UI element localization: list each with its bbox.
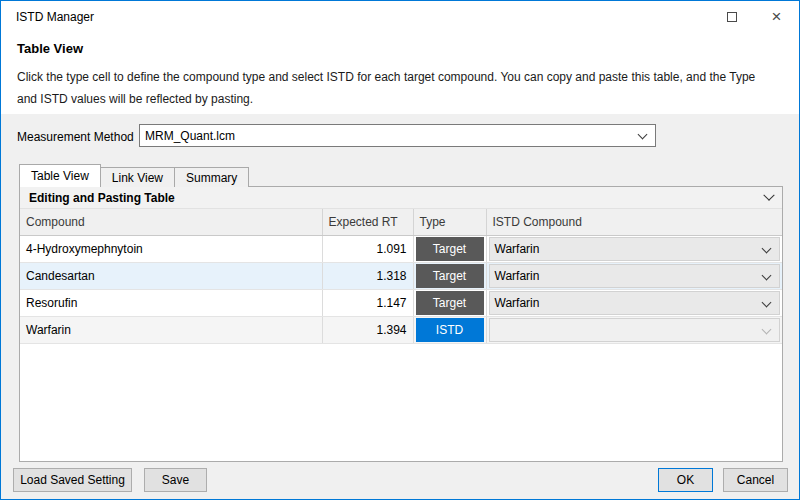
type-button[interactable]: Target <box>416 264 484 288</box>
tab-label: Table View <box>31 169 89 183</box>
column-header-istd-compound[interactable]: ISTD Compound <box>486 209 782 235</box>
type-button[interactable]: ISTD <box>416 318 484 342</box>
window-title: ISTD Manager <box>1 10 94 24</box>
measurement-method-value: MRM_Quant.lcm <box>145 129 235 143</box>
tab-label: Link View <box>112 171 163 185</box>
expected-rt-cell[interactable]: 1.091 <box>322 235 413 262</box>
type-button[interactable]: Target <box>416 291 484 315</box>
page-title: Table View <box>17 41 783 56</box>
window-controls: × <box>709 1 799 32</box>
type-button[interactable]: Target <box>416 237 484 261</box>
chevron-down-icon <box>762 324 772 334</box>
save-button[interactable]: Save <box>144 468 207 492</box>
chevron-down-icon <box>762 243 772 253</box>
maximize-icon <box>727 12 737 22</box>
chevron-down-icon <box>638 130 648 140</box>
table-view-panel: Editing and Pasting Table Compound Expec… <box>19 186 783 462</box>
ok-button[interactable]: OK <box>658 468 713 492</box>
measurement-method-label: Measurement Method <box>17 130 134 144</box>
load-saved-setting-button[interactable]: Load Saved Setting <box>13 468 132 492</box>
istd-compound-value: Warfarin <box>495 296 540 310</box>
column-header-type[interactable]: Type <box>413 209 486 235</box>
compound-cell[interactable]: Warfarin <box>20 316 322 343</box>
tab-summary[interactable]: Summary <box>174 167 249 187</box>
table-row: Resorufin 1.147 Target Warfarin <box>20 289 782 316</box>
istd-compound-value: Warfarin <box>495 242 540 256</box>
tab-strip: Table View Link View Summary <box>19 164 248 187</box>
section-title: Editing and Pasting Table <box>29 191 175 205</box>
tab-table-view[interactable]: Table View <box>19 164 101 187</box>
tab-link-view[interactable]: Link View <box>100 167 175 187</box>
column-header-compound[interactable]: Compound <box>20 209 322 235</box>
close-button[interactable]: × <box>754 1 799 32</box>
compound-cell[interactable]: Resorufin <box>20 289 322 316</box>
istd-compound-value: Warfarin <box>495 269 540 283</box>
expected-rt-cell[interactable]: 1.147 <box>322 289 413 316</box>
expected-rt-cell[interactable]: 1.394 <box>322 316 413 343</box>
close-icon: × <box>772 8 782 25</box>
istd-compound-select[interactable]: Warfarin <box>489 237 781 261</box>
table-row: Candesartan 1.318 Target Warfarin <box>20 262 782 289</box>
chevron-down-icon <box>762 270 772 280</box>
istd-compound-select <box>489 318 781 342</box>
page-description: Click the type cell to define the compou… <box>17 67 783 110</box>
compound-cell[interactable]: Candesartan <box>20 262 322 289</box>
chevron-down-icon <box>762 297 772 307</box>
column-header-expected-rt[interactable]: Expected RT <box>322 209 413 235</box>
table-row: Warfarin 1.394 ISTD <box>20 316 782 343</box>
expected-rt-cell[interactable]: 1.318 <box>322 262 413 289</box>
istd-manager-window: ISTD Manager × Table View Click the type… <box>0 0 800 500</box>
maximize-button[interactable] <box>709 1 754 32</box>
table-header-row: Compound Expected RT Type ISTD Compound <box>20 209 782 235</box>
intro-section: Table View Click the type cell to define… <box>1 32 799 114</box>
istd-compound-select[interactable]: Warfarin <box>489 291 781 315</box>
cancel-button[interactable]: Cancel <box>723 468 788 492</box>
tab-label: Summary <box>186 171 237 185</box>
chevron-down-icon[interactable] <box>763 189 774 200</box>
title-bar: ISTD Manager × <box>1 1 799 32</box>
editing-pasting-section-header[interactable]: Editing and Pasting Table <box>20 187 782 209</box>
editing-pasting-table: Compound Expected RT Type ISTD Compound … <box>20 209 782 344</box>
compound-cell[interactable]: 4-Hydroxymephnytoin <box>20 235 322 262</box>
table-row: 4-Hydroxymephnytoin 1.091 Target Warfari… <box>20 235 782 262</box>
measurement-method-select[interactable]: MRM_Quant.lcm <box>139 124 656 147</box>
istd-compound-select[interactable]: Warfarin <box>489 264 781 288</box>
